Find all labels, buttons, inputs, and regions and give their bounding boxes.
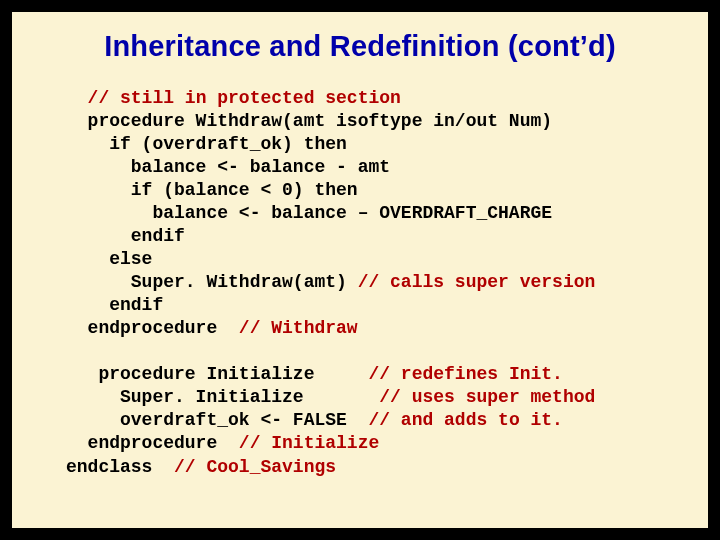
code-block: // still in protected section procedure … — [66, 87, 678, 479]
slide-body: Inheritance and Redefinition (cont’d) //… — [10, 10, 710, 530]
slide-title: Inheritance and Redefinition (cont’d) — [42, 30, 678, 63]
code-comment: // redefines Init. — [368, 364, 562, 384]
slide-frame: Inheritance and Redefinition (cont’d) //… — [0, 0, 720, 540]
code-comment: // Initialize — [239, 433, 379, 453]
code-comment: // still in protected section — [88, 88, 401, 108]
code-comment: // calls super version — [358, 272, 596, 292]
code-comment: // Cool_Savings — [174, 457, 336, 477]
code-comment: // Withdraw — [239, 318, 358, 338]
code-comment: // and adds to it. — [368, 410, 562, 430]
code-comment: // uses super method — [379, 387, 595, 407]
